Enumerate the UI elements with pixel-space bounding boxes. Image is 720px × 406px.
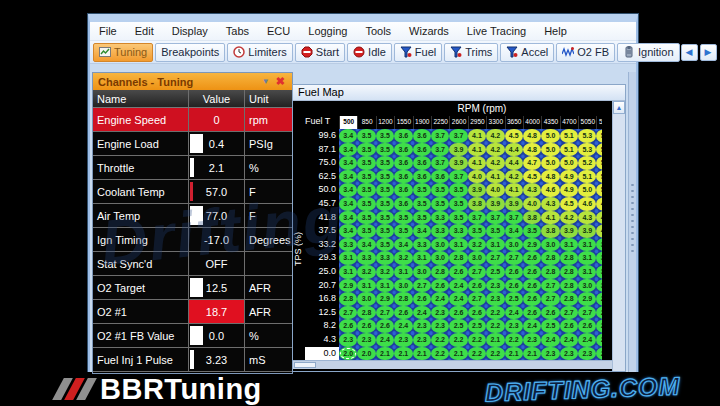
fuel-cell[interactable]: 2.6 xyxy=(357,319,375,333)
fuel-cell[interactable]: 3.3 xyxy=(449,224,467,238)
fuel-cell[interactable]: 3.4 xyxy=(394,238,412,252)
fuel-cell[interactable]: 2.6 xyxy=(431,279,449,293)
menu-item-tabs[interactable]: Tabs xyxy=(217,25,258,37)
fuel-cell[interactable]: 4.1 xyxy=(505,183,523,197)
fuel-cell[interactable]: 3.8 xyxy=(523,211,541,225)
fuel-cell[interactable]: 3.5 xyxy=(431,197,449,211)
fuel-cell[interactable]: 3.3 xyxy=(413,238,431,252)
fuel-cell[interactable]: 4.8 xyxy=(523,129,541,143)
fuel-cell[interactable]: 3.1 xyxy=(339,251,357,265)
fuel-cell[interactable]: 3.0 xyxy=(357,292,375,306)
fuel-cell[interactable]: 2.6 xyxy=(394,306,412,320)
rpm-header-4700[interactable]: 4700 xyxy=(560,116,578,129)
fuel-cell[interactable]: 3.0 xyxy=(431,251,449,265)
channel-row-air-temp[interactable]: Air Temp77.0F xyxy=(93,204,292,228)
fuel-cell[interactable]: 4.0 xyxy=(596,224,602,238)
horizontal-scrollbar-thumb[interactable] xyxy=(294,362,316,368)
fuel-cell[interactable]: 2.6 xyxy=(541,306,559,320)
fuel-cell[interactable]: 4.8 xyxy=(523,143,541,157)
fuel-cell[interactable]: 3.5 xyxy=(449,197,467,211)
fuel-cell[interactable]: 2.6 xyxy=(449,265,467,279)
fuel-cell[interactable]: 3.5 xyxy=(413,183,431,197)
fuel-cell[interactable]: 2.4 xyxy=(413,306,431,320)
fuel-cell[interactable]: 2.8 xyxy=(560,279,578,293)
fuel-cell[interactable]: 2.8 xyxy=(394,292,412,306)
fuel-cell[interactable]: 5.3 xyxy=(578,143,596,157)
fuel-cell[interactable]: 4.4 xyxy=(505,156,523,170)
fuel-cell[interactable]: 2.9 xyxy=(578,292,596,306)
tab-start[interactable]: Start xyxy=(295,43,345,62)
fuel-cell[interactable]: 2.0 xyxy=(357,347,375,361)
fuel-cell[interactable]: 2.6 xyxy=(339,319,357,333)
fuel-cell[interactable]: 3.5 xyxy=(394,224,412,238)
fuel-cell[interactable]: 5.1 xyxy=(560,129,578,143)
fuel-cell[interactable]: 2.3 xyxy=(486,279,504,293)
fuel-cell[interactable]: 3.0 xyxy=(431,238,449,252)
fuel-cell[interactable]: 3.2 xyxy=(468,238,486,252)
fuel-cell[interactable]: 2.1 xyxy=(486,333,504,347)
fuel-cell[interactable]: 2.3 xyxy=(413,319,431,333)
fuel-cell[interactable]: 4.7 xyxy=(523,156,541,170)
fuel-cell[interactable]: 2.2 xyxy=(449,333,467,347)
fuel-cell[interactable]: 3.1 xyxy=(596,251,602,265)
tps-row-label-37.5[interactable]: 37.5 xyxy=(305,224,339,238)
fuel-cell[interactable]: 2.3 xyxy=(431,306,449,320)
fuel-cell[interactable]: 3.5 xyxy=(357,224,375,238)
fuel-cell[interactable]: 2.3 xyxy=(541,347,559,361)
fuel-cell[interactable]: 2.4 xyxy=(541,333,559,347)
tab-tuning[interactable]: Tuning xyxy=(93,43,153,62)
channel-row-throttle[interactable]: Throttle2.1% xyxy=(93,156,292,180)
fuel-cell[interactable]: 3.2 xyxy=(596,238,602,252)
channel-row-o2-1[interactable]: O2 #118.7AFR xyxy=(93,300,292,324)
window-splitter[interactable] xyxy=(628,72,636,374)
fuel-cell[interactable]: 3.5 xyxy=(376,170,394,184)
rpm-header-4000[interactable]: 4000 xyxy=(523,116,541,129)
fuel-cell[interactable]: 2.4 xyxy=(431,292,449,306)
prev-tab-button[interactable]: ◀ xyxy=(681,44,698,61)
fuel-cell[interactable]: 3.7 xyxy=(431,143,449,157)
fuel-cell[interactable]: 3.2 xyxy=(357,265,375,279)
fuel-cell[interactable]: 3.9 xyxy=(486,197,504,211)
fuel-cell[interactable]: 4.2 xyxy=(486,156,504,170)
fuel-cell[interactable]: 2.1 xyxy=(376,347,394,361)
fuel-cell[interactable]: 4.5 xyxy=(505,129,523,143)
tab-idle[interactable]: Idle xyxy=(347,43,392,62)
channel-row-engine-speed[interactable]: Engine Speed0rpm xyxy=(93,108,292,132)
fuel-cell[interactable]: 5.2 xyxy=(578,156,596,170)
fuel-cell[interactable]: 2.3 xyxy=(431,319,449,333)
tps-row-label-45.7[interactable]: 45.7 xyxy=(305,197,339,211)
fuel-cell[interactable]: 3.0 xyxy=(541,238,559,252)
fuel-cell[interactable]: 3.4 xyxy=(339,170,357,184)
fuel-cell[interactable]: 2.4 xyxy=(449,292,467,306)
fuel-cell[interactable]: 3.4 xyxy=(339,129,357,143)
tps-row-label-62.5[interactable]: 62.5 xyxy=(305,170,339,184)
fuel-cell[interactable]: 3.8 xyxy=(468,197,486,211)
rpm-header-4350[interactable]: 4350 xyxy=(541,116,559,129)
tab-limiters[interactable]: Limiters xyxy=(227,43,293,62)
fuel-cell[interactable]: 2.6 xyxy=(468,279,486,293)
fuel-cell[interactable]: 3.6 xyxy=(413,170,431,184)
fuel-cell[interactable]: 3.5 xyxy=(376,211,394,225)
tps-row-label-33.2[interactable]: 33.2 xyxy=(305,238,339,252)
fuel-cell[interactable]: 3.1 xyxy=(357,279,375,293)
fuel-cell[interactable]: 2.4 xyxy=(578,333,596,347)
fuel-cell[interactable]: 2.6 xyxy=(376,319,394,333)
fuel-cell[interactable]: 4.1 xyxy=(468,143,486,157)
fuel-cell[interactable]: 2.6 xyxy=(578,319,596,333)
menu-item-help[interactable]: Help xyxy=(535,25,576,37)
fuel-cell[interactable]: 3.0 xyxy=(468,251,486,265)
fuel-cell[interactable]: 2.8 xyxy=(541,251,559,265)
fuel-cell[interactable]: 2.8 xyxy=(339,292,357,306)
fuel-cell[interactable]: 2.1 xyxy=(394,347,412,361)
fuel-cell[interactable]: 5.2 xyxy=(596,170,602,184)
fuel-cell[interactable]: 2.5 xyxy=(541,319,559,333)
fuel-cell[interactable]: 3.5 xyxy=(376,129,394,143)
fuel-cell[interactable]: 3.5 xyxy=(376,183,394,197)
fuel-cell[interactable]: 2.2 xyxy=(431,347,449,361)
rpm-header-850[interactable]: 850 xyxy=(357,116,375,129)
fuel-cell[interactable]: 2.2 xyxy=(431,333,449,347)
channel-row-stat-sync-d[interactable]: Stat Sync'dOFF xyxy=(93,252,292,276)
fuel-cell[interactable]: 3.2 xyxy=(596,265,602,279)
fuel-cell[interactable]: 3.1 xyxy=(339,265,357,279)
fuel-cell[interactable]: 2.5 xyxy=(505,292,523,306)
